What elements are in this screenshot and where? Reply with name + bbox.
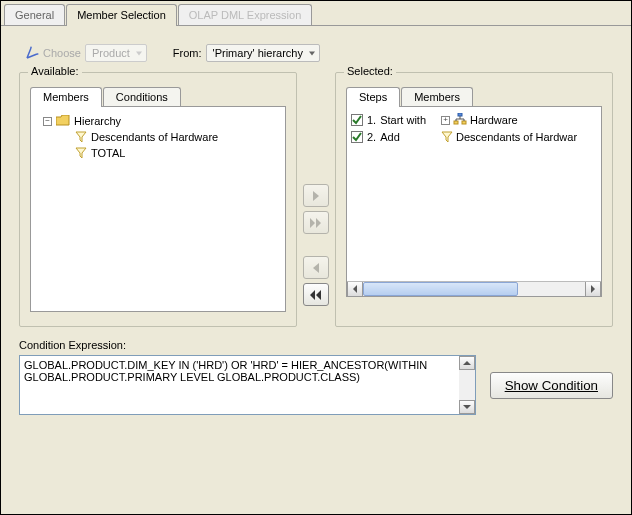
move-all-right-button[interactable] (303, 211, 329, 234)
scroll-down-icon[interactable] (459, 400, 475, 414)
selected-label: Selected: (344, 65, 396, 77)
checkbox-icon[interactable] (351, 114, 363, 126)
tree-row[interactable]: − Hierarchy (37, 113, 279, 129)
toolbar: Choose Product From: 'Primary' hierarchy (1, 26, 631, 72)
selected-members-tab[interactable]: Members (401, 87, 473, 106)
selected-list[interactable]: 1. Start with + Hardware 2. Add (346, 107, 602, 297)
from-dropdown[interactable]: 'Primary' hierarchy (206, 44, 320, 62)
available-conditions-tab[interactable]: Conditions (103, 87, 181, 106)
move-right-button[interactable] (303, 184, 329, 207)
expand-icon[interactable]: + (441, 116, 450, 125)
condition-textarea[interactable] (20, 356, 459, 414)
folder-icon (56, 115, 70, 127)
tab-olap-dml[interactable]: OLAP DML Expression (178, 4, 313, 25)
collapse-icon[interactable]: − (43, 117, 52, 126)
list-item[interactable]: 1. Start with + Hardware (349, 111, 599, 129)
condition-section: Condition Expression: Show Condition (1, 327, 631, 415)
available-members-tab[interactable]: Members (30, 87, 102, 107)
choose-label: Choose (43, 47, 81, 59)
condition-label: Condition Expression: (19, 339, 613, 351)
horizontal-scrollbar[interactable] (347, 281, 601, 296)
tab-general[interactable]: General (4, 4, 65, 25)
tree-row[interactable]: TOTAL (37, 145, 279, 161)
svg-rect-2 (462, 121, 466, 124)
svg-rect-1 (454, 121, 458, 124)
hierarchy-icon (453, 113, 467, 127)
funnel-icon (441, 131, 453, 143)
svg-rect-0 (458, 113, 462, 116)
tab-member-selection[interactable]: Member Selection (66, 4, 177, 26)
available-tree[interactable]: − Hierarchy Descendants of Hardware TOTA… (30, 107, 286, 312)
move-left-button[interactable] (303, 256, 329, 279)
from-label: From: (173, 47, 202, 59)
funnel-icon (75, 131, 87, 143)
selected-steps-tab[interactable]: Steps (346, 87, 400, 107)
checkbox-icon[interactable] (351, 131, 363, 143)
transfer-buttons (297, 72, 335, 327)
vertical-scrollbar[interactable] (459, 356, 475, 414)
move-all-left-button[interactable] (303, 283, 329, 306)
scroll-left-icon[interactable] (347, 282, 363, 296)
show-condition-button[interactable]: Show Condition (490, 372, 613, 399)
scroll-right-icon[interactable] (585, 282, 601, 296)
selected-panel: Selected: Steps Members 1. Start with + … (335, 72, 613, 327)
list-item[interactable]: 2. Add Descendants of Hardwar (349, 129, 599, 145)
axis-icon (25, 46, 39, 60)
product-dropdown: Product (85, 44, 147, 62)
funnel-icon (75, 147, 87, 159)
top-tabs: General Member Selection OLAP DML Expres… (1, 1, 631, 26)
tree-row[interactable]: Descendants of Hardware (37, 129, 279, 145)
scroll-up-icon[interactable] (459, 356, 475, 370)
available-panel: Available: Members Conditions − Hierarch… (19, 72, 297, 327)
available-label: Available: (28, 65, 82, 77)
